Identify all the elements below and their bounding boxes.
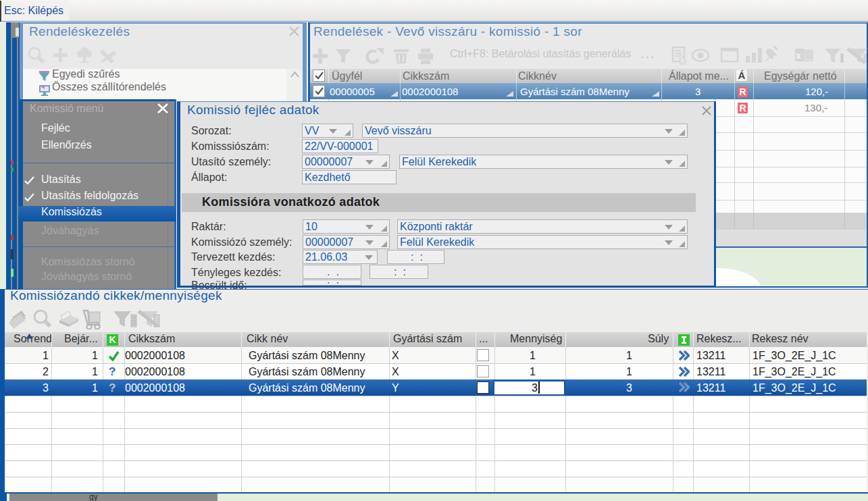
svg-text:x: x xyxy=(796,50,801,61)
